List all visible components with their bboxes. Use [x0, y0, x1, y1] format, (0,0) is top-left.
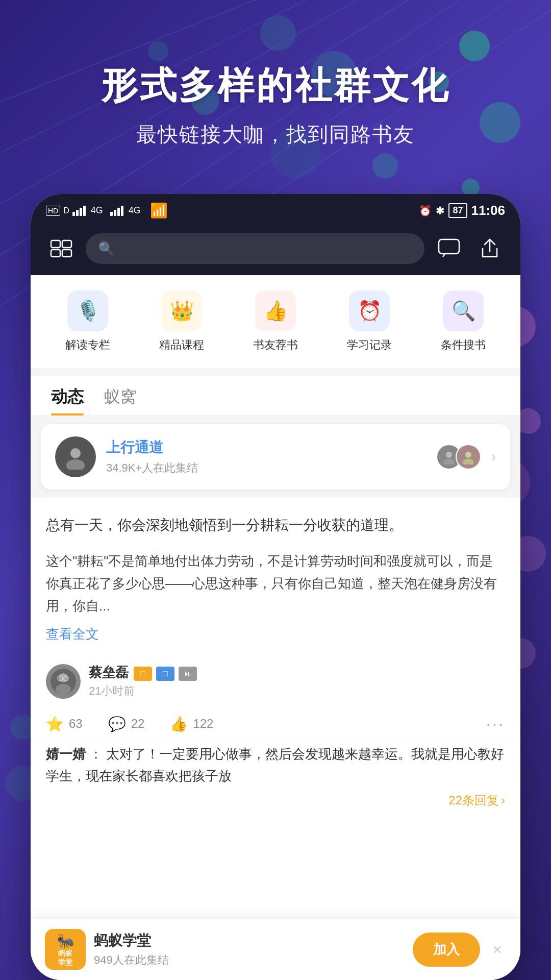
chevron-right-replies: ›: [501, 793, 505, 807]
svg-point-13: [66, 459, 85, 470]
star-count: 63: [69, 717, 83, 731]
network-label-2: 4G: [129, 205, 141, 216]
search-icon: 🔍: [98, 241, 114, 257]
tab-yiwo[interactable]: 蚁窝: [104, 386, 137, 415]
commenter-name: 婧一婧: [46, 746, 86, 762]
svg-point-16: [465, 452, 471, 458]
tab-dongtai[interactable]: 动态: [51, 386, 84, 415]
status-bar: HD D 4G 4G 📶 ⏰: [31, 194, 520, 224]
quick-icons: 🎙️ 解读专栏 👑 精品课程 👍 书友荐书 ⏰ 学习记录 🔍 条件搜: [31, 275, 520, 369]
phone-frame: HD D 4G 4G 📶 ⏰: [31, 194, 520, 980]
author-badges: □ □ ⏯: [134, 667, 197, 681]
message-button[interactable]: [433, 232, 465, 265]
comment-icon: 💬: [108, 716, 126, 732]
like-button[interactable]: 👍 122: [170, 716, 213, 732]
svg-rect-9: [62, 240, 71, 248]
svg-rect-7: [51, 240, 60, 248]
more-button[interactable]: ···: [486, 715, 505, 732]
svg-rect-8: [51, 250, 60, 257]
app-content: 🎙️ 解读专栏 👑 精品课程 👍 书友荐书 ⏰ 学习记录 🔍 条件搜: [31, 275, 520, 817]
author-time: 21小时前: [89, 683, 505, 699]
quick-icon-jingpin[interactable]: 👑 精品课程: [159, 290, 204, 353]
share-button[interactable]: [473, 232, 506, 265]
signal-bar-1: [72, 206, 86, 216]
jingpin-label: 精品课程: [159, 337, 204, 353]
read-more-link[interactable]: 查看全文: [46, 625, 505, 643]
svg-point-20: [56, 684, 71, 694]
comment-text: 婧一婧 ： 太对了！一定要用心做事，然后会发现越来越幸运。我就是用心教好学生，现…: [46, 743, 505, 787]
search-bar[interactable]: 🔍: [86, 233, 424, 264]
hero-title: 形式多样的社群文化: [0, 61, 551, 110]
svg-rect-10: [62, 250, 71, 257]
badge-2: □: [156, 667, 174, 681]
badge-1: □: [134, 667, 152, 681]
signal-bar-2: [110, 206, 123, 216]
author-row: 蔡垒磊 □ □ ⏯ 21小时前: [31, 653, 520, 707]
comment-colon: ：: [89, 746, 103, 762]
shuyou-label: 书友荐书: [253, 337, 298, 353]
author-name: 蔡垒磊: [89, 664, 129, 681]
shuyou-icon: 👍: [255, 290, 296, 331]
community-members: 34.9K+人在此集结: [106, 460, 426, 476]
tab-bar: 动态 蚁窝: [31, 376, 520, 416]
svg-rect-11: [439, 239, 459, 254]
comment-content: 太对了！一定要用心做事，然后会发现越来越幸运。我就是用心教好学生，现在家长都喜欢…: [46, 746, 504, 783]
quick-icon-shuyou[interactable]: 👍 书友荐书: [253, 290, 298, 353]
wifi-icon: 📶: [150, 202, 168, 219]
svg-point-12: [70, 448, 81, 458]
battery-indicator: 87: [448, 203, 467, 218]
svg-point-14: [446, 452, 452, 458]
replies-count: 22条回复: [448, 792, 499, 808]
interaction-row: ⭐ 63 💬 22 👍 122 ···: [31, 707, 520, 743]
quick-icon-jieda[interactable]: 🎙️ 解读专栏: [65, 290, 110, 353]
time-display: 11:06: [471, 203, 506, 218]
community-name: 上行通道: [106, 438, 426, 457]
like-count: 122: [193, 717, 213, 731]
community-member-avatars: [436, 444, 481, 470]
post-main-text: 总有一天，你会深刻地领悟到一分耕耘一分收获的道理。: [46, 513, 505, 537]
xuexi-icon: ⏰: [349, 290, 390, 331]
tiaojian-icon: 🔍: [443, 290, 484, 331]
status-right: ⏰ ✱ 87 11:06: [419, 203, 505, 218]
jieda-label: 解读专栏: [65, 337, 110, 353]
comment-count: 22: [131, 717, 145, 731]
xuexi-label: 学习记录: [347, 337, 392, 353]
top-nav: 🔍: [31, 224, 520, 275]
hero-subtitle: 最快链接大咖，找到同路书友: [0, 120, 551, 149]
comment-button[interactable]: 💬 22: [108, 716, 145, 732]
jingpin-icon: 👑: [161, 290, 202, 331]
post-detail-text: 这个"耕耘"不是简单地付出体力劳动，不是计算劳动时间和强度就可以，而是你真正花了…: [46, 550, 505, 618]
tiaojian-label: 条件搜书: [441, 337, 486, 353]
chevron-right-icon: ›: [491, 449, 496, 465]
alarm-icon: ⏰: [419, 205, 432, 217]
network-label: 4G: [91, 205, 103, 216]
phone-container: HD D 4G 4G 📶 ⏰: [31, 194, 520, 980]
quick-icon-tiaojian[interactable]: 🔍 条件搜书: [441, 290, 486, 353]
status-left: HD D 4G 4G 📶: [46, 202, 168, 219]
community-card[interactable]: 上行通道 34.9K+人在此集结: [41, 424, 510, 489]
community-info: 上行通道 34.9K+人在此集结: [106, 438, 426, 476]
star-button[interactable]: ⭐ 63: [46, 716, 83, 732]
svg-point-17: [463, 459, 474, 464]
author-info: 蔡垒磊 □ □ ⏯ 21小时前: [89, 664, 505, 699]
star-icon: ⭐: [46, 716, 64, 732]
hd-d-badge: D: [63, 206, 69, 215]
replies-link[interactable]: 22条回复 ›: [46, 792, 505, 808]
author-avatar: [46, 664, 81, 699]
comment-area: 婧一婧 ： 太对了！一定要用心做事，然后会发现越来越幸运。我就是用心教好学生，现…: [31, 743, 520, 817]
post-area: 总有一天，你会深刻地领悟到一分耕耘一分收获的道理。 这个"耕耘"不是简单地付出体…: [31, 498, 520, 653]
hd-badge: HD: [46, 206, 60, 216]
hero-section: 形式多样的社群文化 最快链接大咖，找到同路书友: [0, 61, 551, 149]
mini-avatar-2: [456, 444, 481, 470]
bluetooth-icon: ✱: [436, 205, 444, 217]
quick-icon-xuexi[interactable]: ⏰ 学习记录: [347, 290, 392, 353]
badge-3: ⏯: [179, 667, 197, 681]
jieda-icon: 🎙️: [67, 290, 108, 331]
menu-button[interactable]: [45, 232, 78, 265]
like-icon: 👍: [170, 716, 188, 732]
community-avatar: [55, 436, 96, 477]
svg-point-15: [443, 459, 455, 464]
